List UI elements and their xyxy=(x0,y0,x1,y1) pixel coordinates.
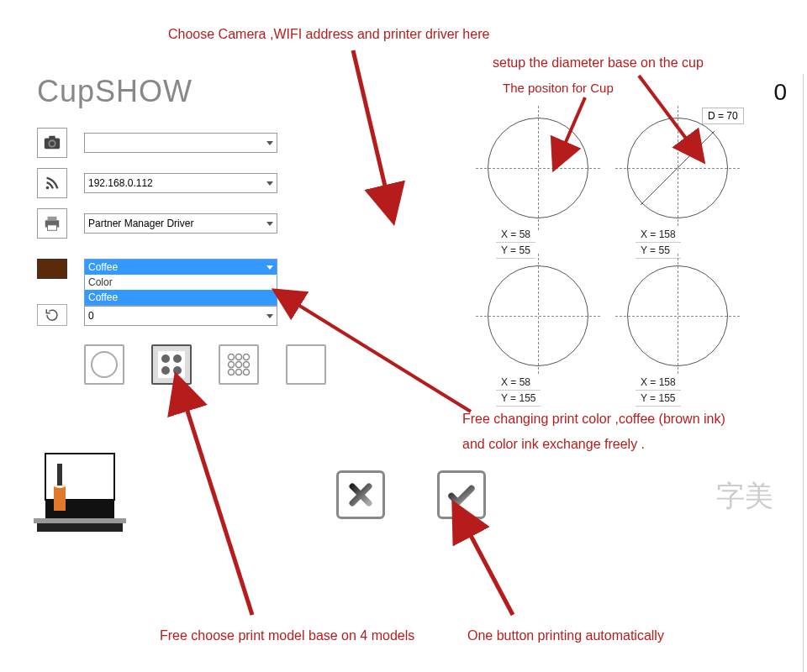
svg-rect-25 xyxy=(54,486,66,511)
wifi-address-select[interactable]: 192.168.0.112 xyxy=(84,173,277,193)
svg-rect-27 xyxy=(57,464,62,486)
svg-point-9 xyxy=(173,354,182,363)
ink-option-color[interactable]: Color xyxy=(85,275,277,290)
svg-line-28 xyxy=(641,131,715,205)
svg-line-34 xyxy=(467,529,513,615)
cup3-readout: X = 58 Y = 155 xyxy=(496,375,541,407)
camera-icon xyxy=(37,128,67,158)
wifi-icon xyxy=(37,168,67,198)
ink-type-select[interactable]: Coffee Color Coffee xyxy=(84,259,277,306)
rotate-icon xyxy=(37,304,67,326)
cup1-x[interactable]: X = 58 xyxy=(496,227,535,243)
ink-option-coffee[interactable]: Coffee xyxy=(85,290,277,305)
brand-cn-text: 字美 xyxy=(716,477,773,516)
printer-illustration xyxy=(29,445,129,541)
svg-point-15 xyxy=(229,362,235,368)
cup3-y[interactable]: Y = 155 xyxy=(496,391,541,407)
ink-color-swatch xyxy=(37,259,67,279)
svg-point-12 xyxy=(229,354,235,360)
cup-count-display: 0 xyxy=(773,79,787,106)
print-button[interactable] xyxy=(437,470,486,519)
svg-point-19 xyxy=(236,370,242,375)
svg-point-14 xyxy=(244,354,250,360)
svg-point-17 xyxy=(244,362,250,368)
svg-point-18 xyxy=(229,370,235,375)
svg-point-10 xyxy=(161,366,170,375)
ink-type-selected: Coffee xyxy=(88,261,118,273)
svg-rect-24 xyxy=(37,523,123,532)
diameter-indicator xyxy=(627,118,728,218)
cup2-y[interactable]: Y = 55 xyxy=(636,243,681,259)
svg-rect-3 xyxy=(49,136,55,139)
svg-point-2 xyxy=(50,141,55,146)
printer-driver-select[interactable]: Partner Manager Driver xyxy=(84,213,277,234)
model-single-cup[interactable] xyxy=(84,344,124,385)
svg-point-8 xyxy=(161,354,170,363)
svg-point-11 xyxy=(173,366,182,375)
annotation-position: The positon for Cup xyxy=(503,81,614,95)
annotation-diameter: setup the diameter base on the cup xyxy=(493,55,704,71)
annotation-ink2: and color ink exchange freely . xyxy=(462,437,645,452)
cup4-readout: X = 158 Y = 155 xyxy=(636,375,681,407)
cup4-x[interactable]: X = 158 xyxy=(636,375,681,391)
model-four-cups[interactable] xyxy=(151,344,192,385)
right-divider xyxy=(803,74,804,672)
cup4-crosshair-v xyxy=(678,254,678,378)
printer-icon xyxy=(37,208,67,239)
annotation-top: Choose Camera ,WIFI address and printer … xyxy=(168,27,489,42)
svg-rect-7 xyxy=(48,225,57,230)
camera-select[interactable] xyxy=(84,133,277,153)
annotation-ink1: Free changing print color ,coffee (brown… xyxy=(462,412,725,427)
svg-point-20 xyxy=(244,370,250,375)
svg-point-13 xyxy=(236,354,242,360)
cup3-x[interactable]: X = 58 xyxy=(496,375,541,391)
model-square[interactable] xyxy=(286,344,326,385)
svg-point-4 xyxy=(46,186,50,190)
svg-rect-6 xyxy=(48,217,57,221)
app-logo: CupSHOW xyxy=(37,74,193,109)
cup1-readout: X = 58 Y = 55 xyxy=(496,227,535,259)
cancel-button[interactable] xyxy=(336,470,385,519)
annotation-onebutton: One button printing automatically xyxy=(467,628,664,643)
model-nine-cups[interactable] xyxy=(219,344,259,385)
cup1-y[interactable]: Y = 55 xyxy=(496,243,535,259)
svg-line-29 xyxy=(353,50,387,193)
svg-line-33 xyxy=(185,403,252,615)
svg-point-16 xyxy=(236,362,242,368)
cup2-x[interactable]: X = 158 xyxy=(636,227,681,243)
cup4-y[interactable]: Y = 155 xyxy=(636,391,681,407)
cup3-crosshair-v xyxy=(538,254,539,378)
annotation-models: Free choose print model base on 4 models xyxy=(160,628,414,643)
rotate-value-select[interactable]: 0 xyxy=(84,306,277,326)
svg-rect-23 xyxy=(34,518,126,523)
cup2-readout: X = 158 Y = 55 xyxy=(636,227,681,259)
cup1-crosshair-v xyxy=(538,106,539,230)
